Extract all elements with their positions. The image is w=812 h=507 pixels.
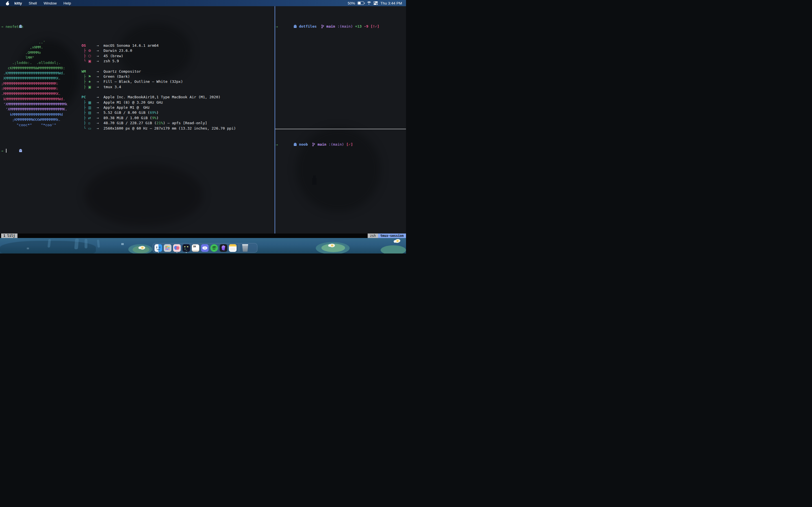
info-arrow: → xyxy=(97,121,103,126)
info-arrow: → xyxy=(97,48,103,53)
info-arrow: → xyxy=(97,59,103,64)
running-indicator xyxy=(186,252,187,253)
menu-shell[interactable]: Shell xyxy=(26,1,40,5)
memory-icon: ▤ xyxy=(88,111,91,115)
git-status-flags: [!✓] xyxy=(370,24,379,29)
tree-glyph: ├ xyxy=(82,54,88,58)
dock-item-launchpad[interactable] xyxy=(164,244,171,252)
discord-icon xyxy=(201,244,209,252)
package-icon: ⬡ xyxy=(88,54,91,58)
info-tree: ├ ▥ xyxy=(82,105,97,110)
prompt-arrow: → xyxy=(1,149,3,153)
star-icon: ★ xyxy=(88,80,91,83)
prompt-line[interactable]: → xyxy=(276,24,278,29)
dock-item-trash[interactable] xyxy=(241,244,249,252)
dock-item-spotify[interactable] xyxy=(210,244,218,252)
git-deleted-count: -9 xyxy=(364,24,368,29)
info-arrow: → xyxy=(97,69,103,74)
obsidian-icon xyxy=(220,244,227,252)
dock-item-notes[interactable] xyxy=(229,244,237,252)
usage-percent: 21% xyxy=(156,121,163,125)
prompt-line[interactable]: → xyxy=(276,142,278,147)
info-tree: ├ ⚙ xyxy=(82,48,97,53)
text-cursor xyxy=(6,149,6,153)
info-tree: ├ ⚑ xyxy=(82,74,97,79)
kitty-terminal-window: → neofetch ..' ,xNMM. .OMMMMo lMM" .;lod… xyxy=(0,6,406,238)
ghost-icon xyxy=(19,149,22,152)
info-arrow: → xyxy=(97,115,103,121)
info-value: macOS Sonoma 14.6.1 arm64 xyxy=(103,43,159,48)
dock-item-kitty[interactable]: >_ xyxy=(183,244,190,252)
info-section-spacer xyxy=(82,90,236,95)
dock-item-finder[interactable] xyxy=(154,244,162,252)
info-arrow: → xyxy=(97,43,103,48)
info-section-wm: WM→Quartz Compositor ├ ⚑→Green (Dark) ├ … xyxy=(82,69,236,90)
spotify-icon xyxy=(210,244,218,252)
info-arrow: → xyxy=(97,74,103,79)
info-section-os: OS→macOS Sonoma 14.6.1 arm64 ├ ⚙→Darwin … xyxy=(82,43,236,64)
wallpaper-streak xyxy=(85,239,87,248)
info-arrow: → xyxy=(97,100,103,105)
tmux-window-tab[interactable]: 1 lilj xyxy=(1,233,17,238)
dock-item-obsidian[interactable] xyxy=(220,244,227,252)
shell-icon: ▣ xyxy=(88,59,91,63)
info-value: Fill – Black, Outline – White (32px) xyxy=(103,79,183,84)
apple-menu-icon[interactable] xyxy=(6,1,9,5)
tmux-pane-border-vertical[interactable] xyxy=(274,6,275,233)
neofetch-info: OS→macOS Sonoma 14.6.1 arm64 ├ ⚙→Darwin … xyxy=(82,43,236,131)
disk-icon: ▫ xyxy=(88,121,90,125)
tmux-pane-border-horizontal[interactable] xyxy=(275,129,406,129)
battery-icon[interactable] xyxy=(357,1,364,5)
menu-window[interactable]: Window xyxy=(40,1,60,5)
wifi-icon[interactable] xyxy=(366,1,371,5)
lotus-flower xyxy=(329,244,335,247)
ascii-art-line: .MMMMMMMMMMMMMMMMMMMMMMMMX. xyxy=(1,91,67,96)
info-arrow: → xyxy=(97,54,103,59)
info-arrow: → xyxy=(97,105,103,110)
wallpaper-dab xyxy=(27,247,29,249)
info-value: 5.52 GiB / 8.00 GiB (69%) xyxy=(103,110,159,115)
repo-name: noob xyxy=(299,142,308,147)
tmux-session-label[interactable]: tmux-session xyxy=(378,233,406,238)
ascii-art-line: .KMMMMMMMMMMMMMMMMMMMMMMMWd. xyxy=(1,71,67,76)
gpu-icon: ▥ xyxy=(88,106,91,110)
wallpaper-shadow-blob xyxy=(85,164,203,226)
git-prompt-line: dotfiles main :(main) +13 -9 [!✓] xyxy=(276,19,379,34)
dock-item-keycap[interactable]: $W xyxy=(192,244,199,252)
control-center-icon[interactable] xyxy=(373,1,378,5)
info-arrow: → xyxy=(97,126,103,131)
info-row: ├ ▣→tmux 3.4 xyxy=(82,84,236,90)
git-ref: :(main) xyxy=(338,24,353,29)
git-branch-icon xyxy=(312,143,315,147)
info-row: ├ ⇄→89.38 MiB / 1.00 GiB (9%) xyxy=(82,115,236,121)
notes-icon xyxy=(229,244,237,252)
ascii-art-line: .;loddo:. .olloddol;. xyxy=(1,60,67,65)
dock-item-discord[interactable] xyxy=(201,244,209,252)
info-value: 89.38 MiB / 1.00 GiB (9%) xyxy=(103,115,159,121)
dock: >_ $W xyxy=(153,243,257,252)
git-branch-icon xyxy=(321,24,324,29)
ascii-art-line: 'XMMMMMMMMMMMMMMMMMMMMMMMMMMk xyxy=(1,102,67,107)
dock-item-arc[interactable] xyxy=(173,244,181,252)
usage-percent: 69% xyxy=(150,110,156,115)
menu-bar-clock[interactable]: Thu 3:44 PM xyxy=(380,1,402,5)
ascii-art-line: ..' xyxy=(1,40,67,45)
git-status-flags: [✓] xyxy=(346,142,353,147)
cpu-icon: ▦ xyxy=(88,101,91,105)
info-section-label: PC xyxy=(82,95,97,100)
git-branch-name: main xyxy=(317,142,326,147)
command-text: neofetch xyxy=(6,24,23,29)
active-prompt-line[interactable]: → xyxy=(1,149,6,154)
git-clean-check: ✓ xyxy=(349,142,351,147)
tree-glyph: └ xyxy=(82,126,88,130)
finder-icon xyxy=(154,244,162,252)
keycap-label: $W xyxy=(193,245,196,248)
tree-glyph: ├ xyxy=(82,79,88,83)
info-value: 2560x1600 px @ 60 Hz – 287x179 mm (13.32… xyxy=(103,126,236,131)
arc-browser-icon xyxy=(173,244,181,252)
ascii-art-line: :MMMMMMMMMMMMMMMMMMMMMMMM: xyxy=(1,86,67,91)
menu-help[interactable]: Help xyxy=(60,1,74,5)
menu-kitty[interactable]: kitty xyxy=(11,1,26,5)
info-section-pc: PC→Apple Inc. MacBookAir10,1 Type MacBoo… xyxy=(82,95,236,131)
info-section-label: OS xyxy=(82,43,97,48)
